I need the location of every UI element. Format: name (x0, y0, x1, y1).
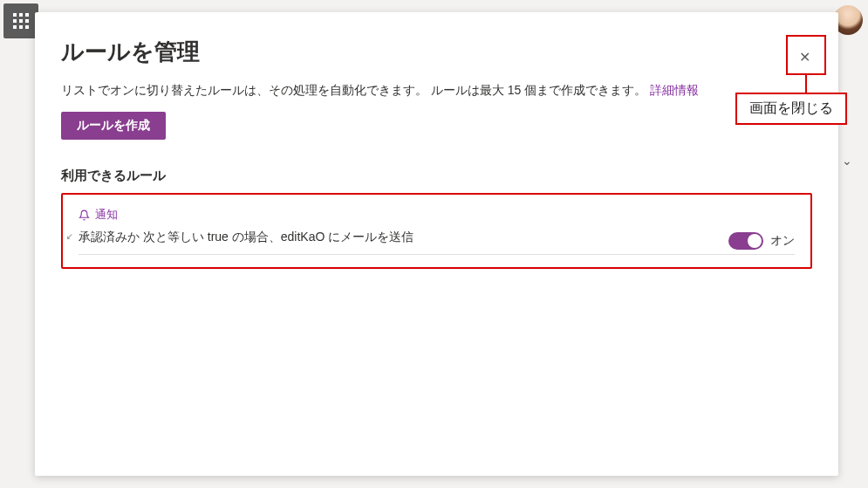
panel-description: リストでオンに切り替えたルールは、その処理を自動化できます。 ルールは最大 15… (61, 81, 812, 100)
bell-icon (79, 210, 90, 221)
waffle-icon (13, 13, 29, 29)
rule-divider (79, 254, 795, 255)
manage-rules-panel: ✕ 画面を閉じる ルールを管理 リストでオンに切り替えたルールは、その処理を自動… (35, 12, 838, 476)
app-launcher-button[interactable] (3, 3, 38, 38)
rule-description: 承認済みか 次と等しい true の場合、editKaO にメールを送信 (79, 230, 413, 245)
annotation-connector (805, 75, 807, 94)
panel-title: ルールを管理 (61, 37, 812, 67)
rule-type-row: 通知 (79, 207, 795, 223)
chevron-down-icon: ⌄ (842, 154, 852, 168)
available-rules-heading: 利用できるルール (61, 168, 812, 184)
detail-info-link[interactable]: 詳細情報 (650, 83, 699, 97)
rule-toggle[interactable] (728, 232, 763, 250)
rule-card[interactable]: 通知 承認済みか 次と等しい true の場合、editKaO にメールを送信 … (61, 193, 812, 269)
create-rule-button[interactable]: ルールを作成 (61, 112, 166, 140)
close-icon: ✕ (799, 49, 810, 65)
rule-toggle-group: オン (728, 232, 795, 250)
close-button[interactable]: ✕ (789, 42, 819, 72)
toggle-knob (748, 234, 762, 248)
rule-type-label: 通知 (95, 207, 118, 223)
annotation-close-caption: 画面を閉じる (735, 93, 847, 125)
toggle-state-label: オン (770, 233, 795, 249)
